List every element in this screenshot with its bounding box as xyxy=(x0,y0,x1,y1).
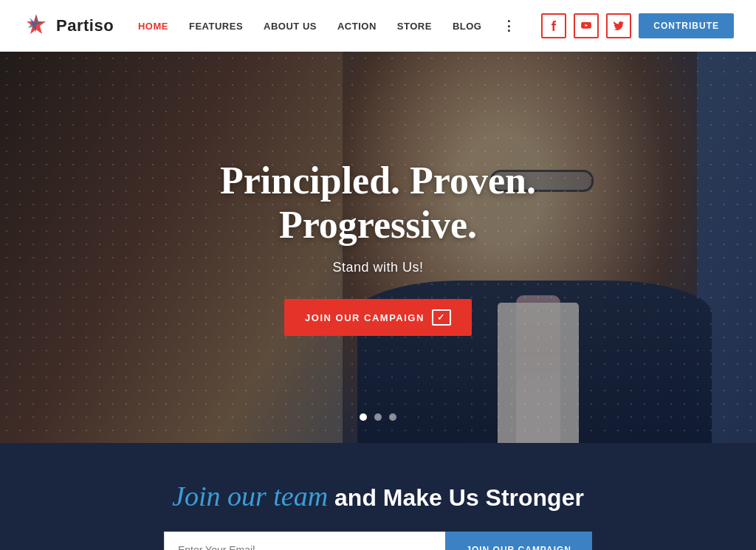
twitter-button[interactable] xyxy=(606,13,631,38)
hero-title: Principled. Proven. Progressive. xyxy=(220,159,536,247)
nav-action[interactable]: ACTION xyxy=(337,21,377,32)
twitter-icon xyxy=(614,21,624,30)
header: Partiso HOME FEATURES ABOUT US ACTION ST… xyxy=(0,0,756,52)
hero-title-line1: Principled. Proven. xyxy=(220,159,536,202)
nav-about[interactable]: ABOUT US xyxy=(264,21,317,32)
bottom-title-script: Join our team xyxy=(172,481,328,512)
contribute-button[interactable]: CONTRIBUTE xyxy=(639,13,734,38)
hero-cta-label: JOIN OUR CAMPAIGN xyxy=(305,312,425,323)
nav-home[interactable]: HOME xyxy=(138,21,168,32)
hero-dot-2[interactable] xyxy=(374,413,382,421)
email-input[interactable] xyxy=(164,532,445,550)
hero-section: Principled. Proven. Progressive. Stand w… xyxy=(0,52,756,443)
hero-dot-1[interactable] xyxy=(360,413,367,421)
hero-dots xyxy=(360,413,396,421)
bottom-section: Join our team and Make Us Stronger JOIN … xyxy=(0,443,756,550)
logo-text: Partiso xyxy=(56,16,114,35)
youtube-button[interactable] xyxy=(574,13,599,38)
campaign-checkbox-icon: ✓ xyxy=(432,309,451,326)
facebook-button[interactable] xyxy=(541,13,566,38)
nav-more-icon[interactable]: ⋮ xyxy=(502,18,517,34)
header-right: CONTRIBUTE xyxy=(541,13,734,38)
logo-icon xyxy=(22,12,50,40)
bottom-title-rest: and Make Us Stronger xyxy=(334,484,584,511)
join-campaign-button[interactable]: JOIN OUR CAMPAIGN xyxy=(445,532,592,550)
facebook-icon xyxy=(549,21,559,31)
email-form: JOIN OUR CAMPAIGN xyxy=(164,532,592,550)
hero-subtitle: Stand with Us! xyxy=(220,260,536,275)
nav-store[interactable]: STORE xyxy=(397,21,432,32)
hero-cta-button[interactable]: JOIN OUR CAMPAIGN ✓ xyxy=(284,299,472,336)
nav-blog[interactable]: BLOG xyxy=(453,21,482,32)
hero-content: Principled. Proven. Progressive. Stand w… xyxy=(220,159,536,337)
youtube-icon xyxy=(581,22,591,30)
hero-dot-3[interactable] xyxy=(389,413,396,421)
nav-features[interactable]: FEATURES xyxy=(189,21,243,32)
bottom-title: Join our team and Make Us Stronger xyxy=(172,480,584,514)
hero-title-line2: Progressive. xyxy=(279,204,477,246)
logo[interactable]: Partiso xyxy=(22,12,114,40)
nav: HOME FEATURES ABOUT US ACTION STORE BLOG… xyxy=(138,18,517,34)
